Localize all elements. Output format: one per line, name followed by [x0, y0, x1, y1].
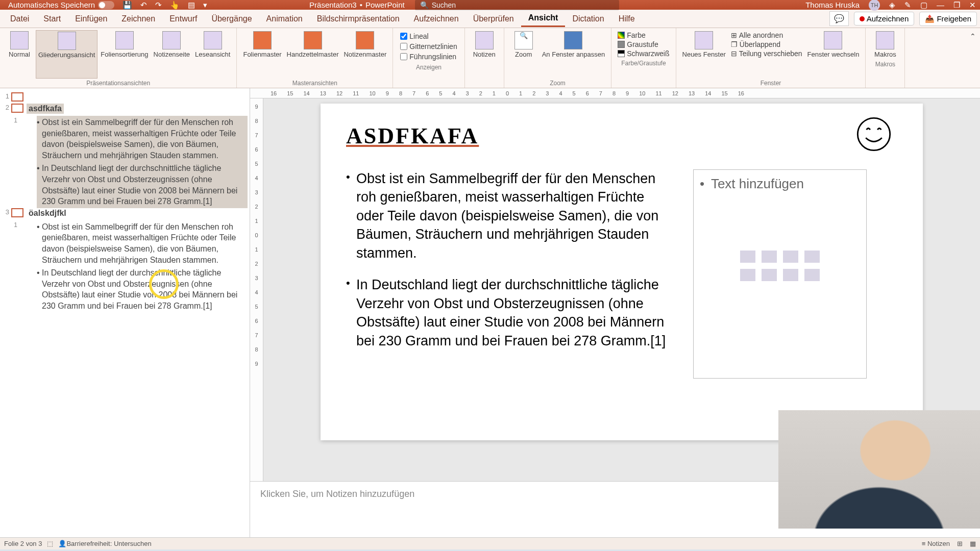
presenter-video	[778, 410, 980, 529]
smiley-icon	[855, 116, 892, 153]
switch-window[interactable]: Fenster wechseln	[805, 30, 862, 79]
view-slidesorter[interactable]: Foliensortierung	[99, 30, 150, 79]
search-placeholder: Suchen	[432, 1, 456, 9]
ribbon-group-window: Neues Fenster ⊞ Alle anordnen ❐ Überlapp…	[676, 28, 866, 88]
tab-aufzeichnen[interactable]: Aufzeichnen	[407, 11, 466, 27]
insert-online-picture-icon[interactable]	[762, 269, 777, 281]
redo-icon[interactable]: ↷	[155, 1, 162, 10]
insert-smartart-icon[interactable]	[783, 251, 798, 263]
slide-master[interactable]: Folienmaster	[241, 30, 283, 79]
color-mode[interactable]: Farbe	[618, 31, 669, 39]
maximize-icon[interactable]: ❐	[953, 1, 960, 10]
outline-bullet[interactable]: In Deutschland liegt der durchschnittlic…	[37, 162, 248, 208]
notes-master[interactable]: Notizenmaster	[341, 30, 388, 79]
macros-button[interactable]: Makros	[870, 30, 900, 60]
slide-title[interactable]: ASDFKAFA	[346, 123, 897, 149]
autosave-switch[interactable]	[98, 1, 114, 9]
tab-uebergaenge[interactable]: Übergänge	[204, 11, 259, 27]
record-button[interactable]: Aufzeichnen	[854, 12, 915, 26]
title-bar: Automatisches Speichern 💾 ↶ ↷ 👆 ▤ ▾ Präs…	[0, 0, 980, 10]
close-icon[interactable]: ✕	[969, 1, 976, 10]
slide[interactable]: ASDFKAFA Obst ist ein Sammelbegriff der …	[321, 104, 923, 440]
tab-start[interactable]: Start	[36, 11, 68, 27]
view-notes-page[interactable]: Notizenseite	[152, 30, 192, 79]
outline-slide-icon	[11, 104, 23, 113]
insert-3d-icon[interactable]	[804, 251, 820, 263]
share-button[interactable]: 📤 Freigeben	[919, 12, 977, 26]
insert-video-icon[interactable]	[783, 269, 798, 281]
fit-to-window[interactable]: An Fenster anpassen	[540, 30, 607, 79]
insert-chart-icon[interactable]	[762, 251, 777, 263]
ribbon-group-notes: Notizen	[465, 28, 504, 88]
ribbon-group-color: Farbe Graustufe Schwarzweiß Farbe/Graust…	[611, 28, 676, 88]
outline-bullet[interactable]: Obst ist ein Sammelbegriff der für den M…	[37, 116, 248, 162]
pen-icon[interactable]: ✎	[904, 1, 911, 10]
ribbon-group-views: Normal Gliederungsansicht Foliensortieru…	[0, 28, 237, 88]
new-window[interactable]: Neues Fenster	[680, 30, 728, 79]
outline-pane[interactable]: 12asdfkafa1Obst ist ein Sammelbegriff de…	[0, 88, 250, 537]
zoom-button[interactable]: 🔍Zoom	[508, 30, 539, 79]
accessibility-icon[interactable]: 👤	[58, 540, 66, 547]
view-outline[interactable]: Gliederungsansicht	[36, 30, 97, 79]
collapse-ribbon-icon[interactable]: ⌃	[966, 28, 980, 88]
accessibility-status[interactable]: Barrierefreiheit: Untersuchen	[66, 540, 151, 547]
window-icon[interactable]: ▢	[920, 1, 927, 10]
diamond-icon[interactable]: ◈	[889, 1, 895, 10]
autosave-toggle[interactable]: Automatisches Speichern	[8, 1, 114, 9]
grayscale-mode[interactable]: Graustufe	[618, 40, 669, 48]
guides-checkbox[interactable]: Führungslinien	[400, 53, 457, 61]
view-reading[interactable]: Leseansicht	[193, 30, 232, 79]
notes-toggle[interactable]: ≡ Notizen	[922, 540, 950, 547]
notes-button[interactable]: Notizen	[469, 30, 500, 60]
outline-slide-number: 1	[2, 92, 9, 100]
touch-mode-icon[interactable]: 👆	[170, 1, 180, 10]
slide-body-text[interactable]: Obst ist ein Sammelbegriff der für den M…	[346, 169, 673, 379]
tab-hilfe[interactable]: Hilfe	[611, 11, 642, 27]
bw-mode[interactable]: Schwarzweiß	[618, 49, 669, 58]
tab-datei[interactable]: Datei	[3, 11, 36, 27]
insert-table-icon[interactable]	[740, 251, 755, 263]
tab-ansicht[interactable]: Ansicht	[521, 10, 566, 27]
qat-dropdown-icon[interactable]: ▾	[203, 1, 207, 10]
insert-icon-icon[interactable]	[804, 269, 820, 281]
minimize-icon[interactable]: —	[937, 1, 944, 9]
outline-slide[interactable]: 3öalskdjfkl	[2, 208, 248, 218]
normal-view-icon[interactable]: ⊞	[957, 540, 963, 547]
tab-zeichnen[interactable]: Zeichnen	[114, 11, 162, 27]
tab-bildschirmpraesentation[interactable]: Bildschirmpräsentation	[310, 11, 407, 27]
undo-icon[interactable]: ↶	[140, 1, 147, 10]
tab-animation[interactable]: Animation	[259, 11, 310, 27]
slide-bullet-1[interactable]: Obst ist ein Sammelbegriff der für den M…	[346, 169, 673, 262]
arrange-all[interactable]: ⊞ Alle anordnen	[731, 31, 802, 39]
user-avatar[interactable]: TH	[869, 0, 880, 11]
outline-slide-title[interactable]: öalskdjfkl	[27, 208, 68, 218]
outline-slide-title[interactable]: asdfkafa	[27, 104, 64, 114]
insert-picture-icon[interactable]	[740, 269, 755, 281]
comments-icon[interactable]: 💬	[829, 11, 849, 26]
outline-slide[interactable]: 1	[2, 92, 248, 102]
outline-slide-title[interactable]	[27, 92, 31, 93]
search-box[interactable]: 🔍 Suchen	[415, 0, 619, 10]
view-normal[interactable]: Normal	[4, 30, 35, 79]
group-label-show: Anzeigen	[397, 63, 460, 71]
cascade[interactable]: ❐ Überlappend	[731, 40, 802, 48]
from-beginning-icon[interactable]: ▤	[188, 1, 195, 10]
slide-bullet-2[interactable]: In Deutschland liegt der durchschnittlic…	[346, 276, 673, 350]
gridlines-checkbox[interactable]: Gitternetzlinien	[400, 42, 457, 51]
ribbon-tabs: Datei Start Einfügen Zeichnen Entwurf Üb…	[0, 10, 980, 28]
save-icon[interactable]: 💾	[122, 1, 132, 10]
tab-entwurf[interactable]: Entwurf	[162, 11, 204, 27]
sorter-view-icon[interactable]: ▦	[970, 540, 976, 547]
outline-bullet[interactable]: Obst ist ein Sammelbegriff der für den M…	[37, 220, 248, 266]
tab-ueberpruefen[interactable]: Überprüfen	[466, 11, 521, 27]
ribbon-group-show: Lineal Gitternetzlinien Führungslinien A…	[393, 28, 464, 88]
tab-einfuegen[interactable]: Einfügen	[68, 11, 114, 27]
move-split[interactable]: ⊟ Teilung verschieben	[731, 49, 802, 58]
outline-bullet[interactable]: In Deutschland liegt der durchschnittlic…	[37, 266, 248, 312]
handout-master[interactable]: Handzettelmaster	[285, 30, 341, 79]
tab-dictation[interactable]: Dictation	[565, 11, 611, 27]
ruler-checkbox[interactable]: Lineal	[400, 32, 457, 40]
outline-slide[interactable]: 2asdfkafa	[2, 104, 248, 114]
slide-counter[interactable]: Folie 2 von 3	[4, 540, 42, 547]
content-placeholder[interactable]: Text hinzufügen	[693, 169, 867, 379]
